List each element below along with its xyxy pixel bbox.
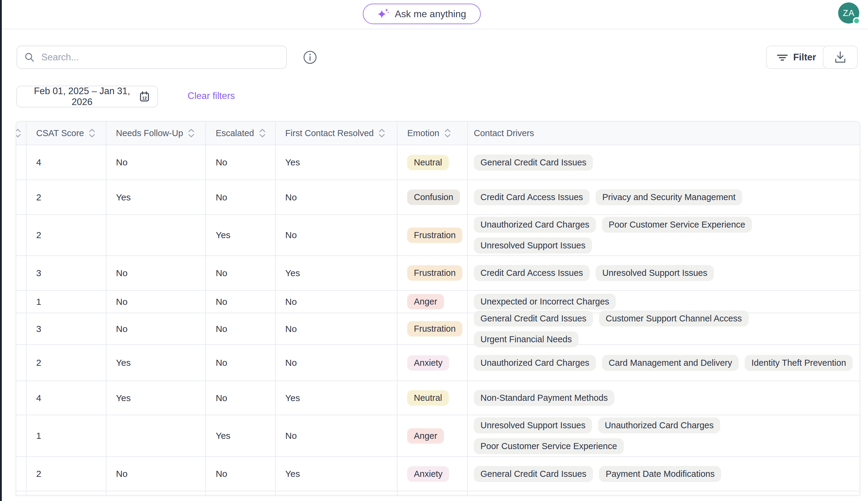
table-row[interactable]: 4NoNoYesNeutralGeneral Credit Card Issue… xyxy=(16,145,859,180)
contact-driver-chip: Identity Theft Prevention xyxy=(745,355,853,371)
contact-driver-chips: Unresolved Support IssuesUnauthorized Ca… xyxy=(474,417,805,454)
cell-emotion: Frustration xyxy=(397,313,468,344)
cell-first-contact-resolved: No xyxy=(276,415,397,456)
contact-driver-chip: Card Management and Delivery xyxy=(602,355,739,371)
cell-contact-drivers: Non-Standard Payment Methods xyxy=(468,381,859,415)
table-row[interactable]: 4YesNoYesNeutralNon-Standard Payment Met… xyxy=(16,381,859,415)
table-row[interactable]: 3NoNoYesFrustrationCredit Card Access Is… xyxy=(16,256,859,291)
contact-driver-chips: Credit Card Access IssuesPrivacy and Sec… xyxy=(474,189,742,205)
cell-escalated: No xyxy=(206,256,276,290)
cell-escalated: No xyxy=(206,313,276,344)
contact-driver-chips: General Credit Card Issues xyxy=(474,154,593,171)
contact-driver-chip: Non-Standard Payment Methods xyxy=(474,390,614,406)
cell-csat-score: 2 xyxy=(26,215,107,255)
cell-emotion: Neutral xyxy=(397,381,468,415)
column-header-clipped[interactable] xyxy=(16,121,26,145)
cell-escalated: No xyxy=(206,457,276,491)
contact-driver-chip: Privacy and Security Management xyxy=(596,189,742,205)
cell-first-contact-resolved: No xyxy=(276,291,397,313)
contact-driver-chip: Credit Card Access Issues xyxy=(474,189,590,205)
download-icon xyxy=(834,51,846,64)
column-label: Contact Drivers xyxy=(474,128,534,138)
avatar-initials: ZA xyxy=(843,8,855,18)
table-row[interactable]: 2YesNoNoConfusionCredit Card Access Issu… xyxy=(16,180,859,215)
cell-empty xyxy=(206,491,276,495)
left-edge-strip xyxy=(0,0,2,501)
cell-empty xyxy=(26,491,107,495)
cell-first-contact-resolved: Yes xyxy=(276,145,397,180)
cell-needs-follow-up xyxy=(107,215,206,255)
svg-text:12: 12 xyxy=(142,96,147,100)
contact-driver-chip: Unauthorized Card Charges xyxy=(598,417,720,434)
contact-driver-chip: Poor Customer Service Experience xyxy=(474,438,624,454)
top-bar: Ask me anything ZA xyxy=(2,0,868,29)
table-row[interactable]: 1YesNoAngerUnresolved Support IssuesUnau… xyxy=(16,415,859,457)
sort-icon xyxy=(259,128,266,138)
cell-clipped xyxy=(16,180,26,214)
column-label: Escalated xyxy=(216,128,254,138)
column-header-escalated[interactable]: Escalated xyxy=(206,121,276,145)
cell-needs-follow-up: Yes xyxy=(107,180,206,214)
column-header-needs_follow_up[interactable]: Needs Follow-Up xyxy=(107,121,206,145)
cell-clipped xyxy=(16,291,26,313)
contact-driver-chip: Unresolved Support Issues xyxy=(474,417,592,434)
table-row[interactable]: 3NoNoNoFrustrationGeneral Credit Card Is… xyxy=(16,313,859,345)
cell-escalated: Yes xyxy=(206,415,276,456)
cell-empty xyxy=(276,491,397,495)
cell-contact-drivers: Unauthorized Card ChargesPoor Customer S… xyxy=(468,215,859,255)
date-range-picker[interactable]: Feb 01, 2025 – Jan 31, 2026 12 xyxy=(16,86,158,107)
cell-needs-follow-up: No xyxy=(107,256,206,290)
search-box xyxy=(17,45,287,69)
search-input[interactable] xyxy=(41,52,279,63)
contact-driver-chips: Non-Standard Payment Methods xyxy=(474,390,614,406)
contact-driver-chips: Credit Card Access IssuesUnresolved Supp… xyxy=(474,265,714,281)
contact-driver-chip: Unexpected or Incorrect Charges xyxy=(474,294,616,310)
avatar[interactable]: ZA xyxy=(838,2,859,23)
column-header-emotion[interactable]: Emotion xyxy=(397,121,468,145)
cell-csat-score: 1 xyxy=(26,415,107,456)
cell-escalated: No xyxy=(206,345,276,381)
table-row[interactable]: 1NoNoNoAngerUnexpected or Incorrect Char… xyxy=(16,291,859,313)
cell-empty xyxy=(468,491,859,495)
cell-empty xyxy=(107,491,206,495)
download-button[interactable] xyxy=(823,45,858,69)
cell-contact-drivers: Unauthorized Card ChargesCard Management… xyxy=(468,345,859,381)
calendar-icon: 12 xyxy=(139,91,150,102)
info-icon[interactable] xyxy=(303,50,317,65)
column-label: CSAT Score xyxy=(36,128,84,138)
cell-first-contact-resolved: No xyxy=(276,180,397,214)
cell-contact-drivers: General Credit Card Issues xyxy=(468,145,859,180)
cell-escalated: No xyxy=(206,291,276,313)
cell-emotion: Frustration xyxy=(397,256,468,290)
online-status-dot xyxy=(853,17,860,24)
table-row[interactable]: 2YesNoNoAnxietyUnauthorized Card Charges… xyxy=(16,345,859,381)
cell-needs-follow-up: No xyxy=(107,291,206,313)
column-label: Emotion xyxy=(407,128,439,138)
cell-needs-follow-up: No xyxy=(107,457,206,491)
cell-first-contact-resolved: No xyxy=(276,345,397,381)
contact-driver-chips: Unauthorized Card ChargesCard Management… xyxy=(474,355,853,371)
cell-needs-follow-up: Yes xyxy=(107,345,206,381)
emotion-badge: Neutral xyxy=(407,390,449,406)
clear-filters-link[interactable]: Clear filters xyxy=(188,90,235,102)
ask-me-anything-button[interactable]: Ask me anything xyxy=(363,4,481,24)
contact-driver-chip: Unauthorized Card Charges xyxy=(474,217,596,233)
table-row[interactable]: 2NoNoYesAnxietyGeneral Credit Card Issue… xyxy=(16,457,859,491)
emotion-badge: Anger xyxy=(407,294,444,309)
cell-contact-drivers: Credit Card Access IssuesPrivacy and Sec… xyxy=(468,180,859,214)
cell-first-contact-resolved: Yes xyxy=(276,381,397,415)
cell-first-contact-resolved: Yes xyxy=(276,256,397,290)
emotion-badge: Anxiety xyxy=(407,466,449,482)
column-header-csat_score[interactable]: CSAT Score xyxy=(26,121,107,145)
sort-icon xyxy=(444,128,451,138)
contact-driver-chip: General Credit Card Issues xyxy=(474,466,593,482)
filter-button[interactable]: Filter xyxy=(766,45,827,69)
sparkle-icon xyxy=(377,8,389,20)
table-row[interactable]: 2YesNoFrustrationUnauthorized Card Charg… xyxy=(16,215,859,256)
cell-emotion: Anger xyxy=(397,415,468,456)
cell-emotion: Anxiety xyxy=(397,457,468,491)
emotion-badge: Frustration xyxy=(407,227,462,243)
contact-driver-chip: Poor Customer Service Experience xyxy=(602,217,752,233)
cell-first-contact-resolved: Yes xyxy=(276,457,397,491)
column-header-first_contact_resolved[interactable]: First Contact Resolved xyxy=(276,121,397,145)
